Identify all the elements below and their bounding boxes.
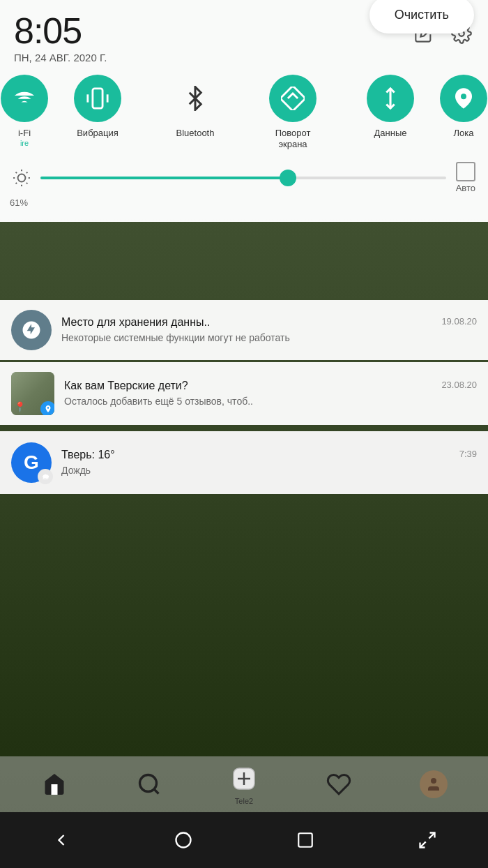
clock-time: 8:05 bbox=[14, 13, 107, 49]
notif-storage-body: Некоторые системные функции могут не раб… bbox=[61, 331, 477, 344]
nav-bar bbox=[0, 812, 488, 868]
dock-tele2[interactable]: Tele2 bbox=[229, 763, 259, 805]
notif-maps-body: Осталось добавить ещё 5 отзывов, чтоб.. bbox=[64, 395, 477, 407]
toggle-bluetooth-label: Bluetooth bbox=[176, 128, 215, 139]
svg-point-22 bbox=[176, 833, 190, 848]
notif-maps-content: Как вам Тверские дети? 23.08.20 Осталось… bbox=[64, 380, 477, 407]
toggle-vibration-label: Вибрация bbox=[77, 128, 119, 139]
notif-weather-time: 7:39 bbox=[459, 449, 477, 459]
auto-brightness[interactable]: Авто bbox=[456, 162, 475, 193]
quick-toggles-row: i-Fi ire Вибрация bbox=[0, 66, 488, 155]
dock-home[interactable] bbox=[39, 769, 70, 800]
weather-badge: 🌧 bbox=[38, 469, 53, 484]
avatar-icon bbox=[418, 769, 449, 800]
svg-point-7 bbox=[18, 174, 26, 181]
notif-maps-header: Как вам Тверские дети? 23.08.20 bbox=[64, 380, 477, 392]
nav-back[interactable] bbox=[40, 819, 82, 861]
notif-storage-header: Место для хранения данны.. 19.08.20 bbox=[61, 316, 477, 329]
toggle-rotate-label: Поворот bbox=[275, 128, 311, 139]
svg-line-15 bbox=[26, 172, 28, 173]
maps-badge bbox=[40, 401, 54, 415]
app-dock: Tele2 bbox=[0, 756, 488, 812]
svg-line-10 bbox=[16, 172, 17, 173]
dock-favorites[interactable] bbox=[323, 769, 354, 800]
toggle-wifi-sublabel: ire bbox=[20, 139, 29, 148]
heart-icon bbox=[323, 769, 354, 800]
toggle-location-label: Лока bbox=[454, 128, 474, 139]
svg-line-24 bbox=[429, 833, 434, 839]
notif-weather[interactable]: G 🌧 Тверь: 16° 7:39 Дождь bbox=[0, 431, 488, 494]
brightness-fill bbox=[40, 177, 288, 179]
toggle-rotate-sublabel: экрана bbox=[278, 139, 307, 150]
notif-maps-time: 23.08.20 bbox=[441, 380, 477, 390]
brightness-track bbox=[40, 177, 446, 179]
toggle-wifi[interactable]: i-Fi ire bbox=[0, 72, 49, 151]
toggle-data[interactable]: Данные bbox=[342, 72, 439, 142]
notif-weather-body: Дождь bbox=[61, 464, 477, 477]
notif-maps[interactable]: Как вам Тверские дети? 23.08.20 Осталось… bbox=[0, 362, 488, 425]
brightness-row: Авто bbox=[0, 155, 488, 203]
notif-storage-content: Место для хранения данны.. 19.08.20 Неко… bbox=[61, 316, 477, 344]
brightness-slider[interactable] bbox=[40, 177, 446, 179]
toggle-bluetooth[interactable]: Bluetooth bbox=[146, 72, 244, 142]
nav-menu[interactable] bbox=[406, 819, 448, 861]
toggle-rotate[interactable]: Поворот экрана bbox=[244, 72, 342, 152]
svg-rect-4 bbox=[281, 87, 305, 110]
dock-tele2-label: Tele2 bbox=[235, 797, 253, 805]
svg-line-14 bbox=[16, 183, 17, 184]
svg-line-17 bbox=[154, 789, 159, 794]
brightness-thumb bbox=[280, 170, 296, 186]
brightness-icon bbox=[13, 169, 31, 187]
notif-weather-title: Тверь: 16° bbox=[61, 449, 454, 461]
notif-storage-icon bbox=[11, 310, 52, 350]
search-icon bbox=[134, 769, 165, 800]
dock-search[interactable] bbox=[134, 769, 165, 800]
tele2-icon bbox=[229, 763, 259, 794]
notif-weather-content: Тверь: 16° 7:39 Дождь bbox=[61, 449, 477, 477]
google-icon: G 🌧 bbox=[11, 442, 52, 483]
svg-line-11 bbox=[26, 183, 28, 184]
svg-rect-1 bbox=[93, 89, 102, 108]
toggle-wifi-label: i-Fi bbox=[18, 128, 31, 139]
dock-avatar[interactable] bbox=[418, 769, 449, 800]
clear-button-wrapper: Очистить bbox=[369, 0, 474, 33]
date-display: ПН, 24 АВГ. 2020 Г. bbox=[14, 52, 107, 63]
svg-rect-23 bbox=[298, 833, 312, 847]
notif-storage[interactable]: Место для хранения данны.. 19.08.20 Неко… bbox=[0, 300, 488, 360]
time-block: 8:05 ПН, 24 АВГ. 2020 Г. bbox=[14, 13, 107, 63]
notif-weather-header: Тверь: 16° 7:39 bbox=[61, 449, 477, 461]
notification-shade: 8:05 ПН, 24 АВГ. 2020 Г. bbox=[0, 0, 488, 222]
svg-line-25 bbox=[420, 841, 425, 847]
svg-point-16 bbox=[140, 775, 157, 792]
auto-label: Авто bbox=[456, 183, 475, 193]
nav-home[interactable] bbox=[162, 819, 204, 861]
notif-storage-time: 19.08.20 bbox=[441, 316, 477, 327]
notifications-area: Место для хранения данны.. 19.08.20 Неко… bbox=[0, 300, 488, 496]
auto-brightness-toggle[interactable] bbox=[456, 162, 475, 181]
toggle-data-label: Данные bbox=[374, 128, 407, 139]
notif-maps-title: Как вам Тверские дети? bbox=[64, 380, 436, 392]
svg-point-21 bbox=[431, 778, 436, 784]
notif-storage-title: Место для хранения данны.. bbox=[61, 316, 436, 329]
brightness-percent: 61% bbox=[10, 197, 28, 208]
clear-button[interactable]: Очистить bbox=[369, 0, 474, 33]
notif-maps-icon bbox=[11, 372, 54, 415]
nav-recents[interactable] bbox=[284, 819, 326, 861]
home-icon bbox=[39, 769, 70, 800]
toggle-location[interactable]: Лока bbox=[439, 72, 488, 142]
svg-point-6 bbox=[461, 93, 466, 99]
toggle-vibration[interactable]: Вибрация bbox=[49, 72, 146, 142]
